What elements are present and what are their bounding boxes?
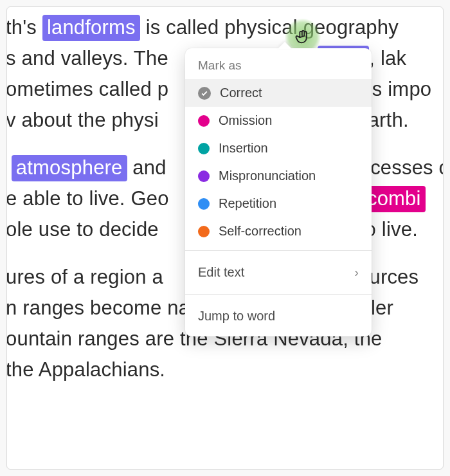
- menu-header: Mark as: [185, 55, 372, 79]
- mark-repetition[interactable]: Repetition: [185, 190, 372, 217]
- menu-item-label: Insertion: [219, 141, 268, 156]
- reading-review-panel: th's landforms is called physical geogra…: [6, 6, 444, 470]
- dot-icon: [198, 143, 210, 154]
- chevron-right-icon: ›: [354, 265, 359, 280]
- mark-correct[interactable]: Correct: [185, 79, 372, 107]
- highlighted-word-error[interactable]: combi: [363, 186, 426, 212]
- menu-item-label: Self-correction: [219, 224, 302, 239]
- menu-divider: [185, 250, 372, 251]
- highlighted-word[interactable]: landforms: [42, 15, 140, 41]
- jump-to-word-action[interactable]: Jump to word: [185, 300, 372, 333]
- highlighted-word[interactable]: atmosphere: [12, 155, 127, 181]
- edit-text-action[interactable]: Edit text ›: [185, 256, 372, 289]
- mark-self-correction[interactable]: Self-correction: [185, 217, 372, 245]
- menu-item-label: Repetition: [219, 196, 276, 211]
- dot-icon: [198, 198, 210, 210]
- menu-divider: [185, 294, 372, 295]
- mark-mispronunciation[interactable]: Mispronunciation: [185, 162, 372, 190]
- check-icon: [198, 87, 211, 100]
- menu-action-label: Edit text: [198, 265, 244, 280]
- menu-item-label: Omission: [219, 113, 272, 128]
- mark-as-menu: Mark as Correct Omission Insertion Mispr…: [185, 48, 372, 336]
- dot-icon: [198, 226, 210, 237]
- menu-action-label: Jump to word: [198, 309, 275, 324]
- dot-icon: [198, 115, 210, 127]
- dot-icon: [198, 170, 210, 182]
- menu-item-label: Mispronunciation: [219, 169, 316, 183]
- menu-item-label: Correct: [220, 86, 262, 100]
- mark-omission[interactable]: Omission: [185, 107, 372, 134]
- mark-insertion[interactable]: Insertion: [185, 134, 372, 162]
